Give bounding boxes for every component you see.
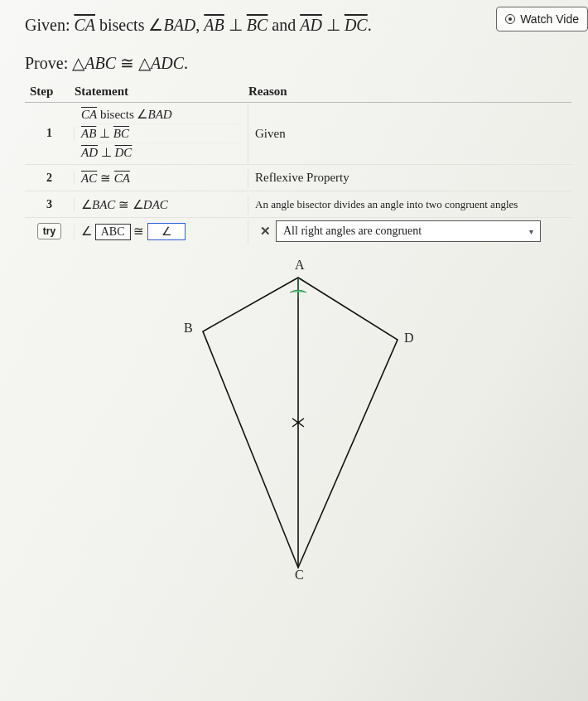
reason-selected: All right angles are congruent [283, 225, 422, 238]
svg-marker-0 [203, 278, 398, 568]
record-icon [505, 14, 515, 24]
reason-dropdown[interactable]: All right angles are congruent ▾ [276, 220, 541, 242]
step-try: try [25, 223, 75, 239]
try-button[interactable]: try [37, 223, 61, 239]
stmt-1c: AD ⊥ DC [81, 143, 241, 162]
congruent-symbol: ≅ [133, 225, 144, 238]
angle-input-left[interactable]: ABC [95, 224, 131, 240]
statement-cell: CA bisects ∠BAD AB ⊥ BC AD ⊥ DC [75, 103, 248, 164]
given-line: Given: CA bisects ∠BAD, AB ⊥ BC and AD ⊥… [25, 15, 496, 35]
reason-cell: An angle bisector divides an angle into … [248, 196, 571, 214]
chevron-down-icon: ▾ [529, 227, 533, 236]
geometry-figure: A B D C [133, 253, 464, 584]
vertex-b: B [184, 321, 193, 336]
header-statement: Statement [75, 85, 248, 99]
stmt-1a: CA bisects ∠BAD [81, 105, 241, 124]
step-number: 2 [25, 172, 75, 185]
table-row: 2 AC ≅ CA Reflexive Property [25, 165, 571, 191]
vertex-a: A [295, 258, 305, 273]
reason-cell: Reflexive Property [248, 168, 571, 187]
vertex-c: C [295, 568, 304, 583]
step-number: 3 [25, 198, 75, 211]
proof-table: Step Statement Reason 1 CA bisects ∠BAD … [25, 85, 571, 244]
angle-input-right[interactable]: ∠ [147, 223, 186, 240]
vertex-d: D [404, 331, 414, 346]
header-step: Step [25, 85, 75, 99]
statement-cell: AC ≅ CA [75, 168, 248, 188]
clear-icon[interactable]: ✕ [255, 224, 276, 239]
prove-math: △ABC ≅ △ADC. [72, 54, 188, 72]
table-row: 1 CA bisects ∠BAD AB ⊥ BC AD ⊥ DC Given [25, 103, 571, 165]
watch-video-label: Watch Vide [520, 12, 579, 26]
statement-input-cell: ∠ ABC ≅ ∠ [75, 220, 248, 243]
reason-cell: Given [248, 124, 571, 143]
reason-input-cell: ✕ All right angles are congruent ▾ [248, 218, 571, 244]
given-label: Given: [25, 16, 70, 34]
prove-line: Prove: △ABC ≅ △ADC. [25, 53, 571, 73]
watch-video-button[interactable]: Watch Vide [496, 7, 588, 31]
given-math: CA bisects ∠BAD, AB ⊥ BC and AD ⊥ DC. [74, 16, 371, 34]
table-row: 3 ∠BAC ≅ ∠DAC An angle bisector divides … [25, 191, 571, 218]
table-header: Step Statement Reason [25, 85, 571, 103]
header-reason: Reason [248, 85, 571, 99]
table-row: try ∠ ABC ≅ ∠ ✕ All right angles are con… [25, 218, 571, 244]
statement-cell: ∠BAC ≅ ∠DAC [75, 195, 248, 215]
stmt-1b: AB ⊥ BC [81, 124, 241, 143]
prove-label: Prove: [25, 54, 68, 72]
step-number: 1 [25, 127, 75, 140]
angle-symbol: ∠ [81, 225, 92, 238]
